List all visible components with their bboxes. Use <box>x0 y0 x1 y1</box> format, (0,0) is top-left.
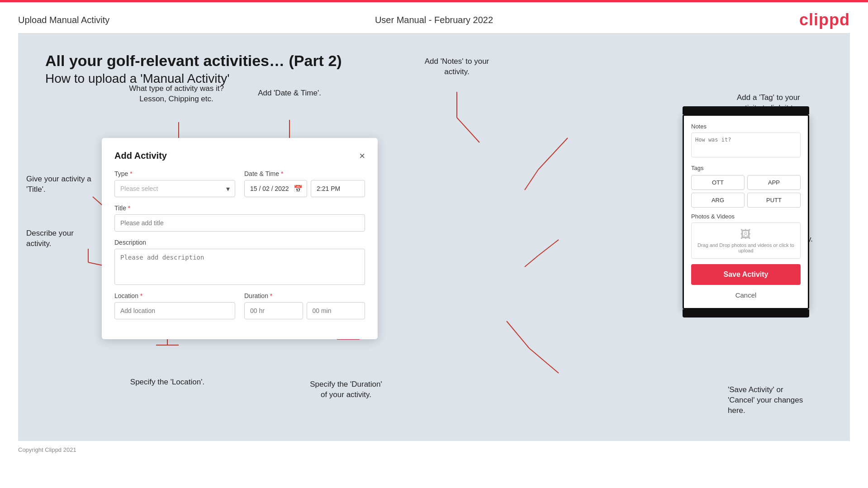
datetime-label: Date & Time * <box>244 170 365 177</box>
annotation-describe: Describe your activity. <box>26 228 94 249</box>
type-label: Type * <box>114 170 235 177</box>
type-select-wrapper: Please select <box>114 180 235 197</box>
tags-grid: OTT APP ARG PUTT <box>691 175 801 208</box>
title-label: Title * <box>114 204 365 212</box>
add-activity-dialog: Add Activity × Type * Please select Date… <box>102 138 378 339</box>
location-group: Location * <box>114 292 235 319</box>
tag-arg[interactable]: ARG <box>691 193 745 208</box>
logo: clippd <box>799 10 850 29</box>
photos-section: Photos & Videos 🖼 Drag and Drop photos a… <box>691 213 801 259</box>
time-input[interactable] <box>311 180 365 197</box>
tags-label: Tags <box>691 165 801 171</box>
svg-line-6 <box>525 170 538 190</box>
close-button[interactable]: × <box>359 151 365 161</box>
svg-line-5 <box>538 138 568 170</box>
annotation-datetime: Add 'Date & Time'. <box>249 88 330 99</box>
tag-ott[interactable]: OTT <box>691 175 745 190</box>
duration-hr-input[interactable] <box>244 302 303 319</box>
footer: Copyright Clippd 2021 <box>0 441 868 459</box>
svg-line-20 <box>525 256 538 267</box>
svg-line-18 <box>507 321 529 348</box>
duration-min-input[interactable] <box>307 302 365 319</box>
annotation-type: What type of activity was it? Lesson, Ch… <box>127 84 226 104</box>
type-datetime-row: Type * Please select Date & Time * 📅 <box>114 170 365 197</box>
notes-section: Notes <box>691 123 801 159</box>
type-select[interactable]: Please select <box>114 180 235 197</box>
location-label: Location * <box>114 292 235 299</box>
datetime-group: Date & Time * 📅 <box>244 170 365 197</box>
phone-bottom-bar <box>683 309 809 317</box>
description-row: Description <box>114 239 365 285</box>
title-row: Title * <box>114 204 365 232</box>
duration-inputs <box>244 302 365 319</box>
tag-app[interactable]: APP <box>747 175 801 190</box>
notes-textarea[interactable] <box>691 133 801 157</box>
photos-upload-text: Drag and Drop photos and videos or click… <box>692 242 800 253</box>
phone-screen: Notes Tags OTT APP ARG PUTT Photos & Vid… <box>683 114 809 309</box>
description-label: Description <box>114 239 365 246</box>
copyright: Copyright Clippd 2021 <box>18 446 76 453</box>
description-group: Description <box>114 239 365 285</box>
dialog-title: Add Activity <box>114 151 167 161</box>
title-input[interactable] <box>114 214 365 232</box>
right-panel: Notes Tags OTT APP ARG PUTT Photos & Vid… <box>683 106 827 317</box>
phone-top-bar <box>683 106 809 114</box>
svg-line-17 <box>529 348 559 373</box>
manual-title: User Manual - February 2022 <box>375 15 493 25</box>
annotation-title: Give your activity a 'Title'. <box>26 174 103 195</box>
duration-label: Duration * <box>244 292 365 299</box>
save-activity-button[interactable]: Save Activity <box>691 264 801 285</box>
cancel-button[interactable]: Cancel <box>691 289 801 301</box>
tags-section: Tags OTT APP ARG PUTT <box>691 165 801 208</box>
photo-icon: 🖼 <box>740 228 751 241</box>
date-time-group: 📅 <box>244 180 365 197</box>
location-input[interactable] <box>114 302 235 319</box>
tag-putt[interactable]: PUTT <box>747 193 801 208</box>
photos-upload-area[interactable]: 🖼 Drag and Drop photos and videos or cli… <box>691 223 801 259</box>
date-input-wrapper: 📅 <box>244 180 307 197</box>
duration-group: Duration * <box>244 292 365 319</box>
top-bar: Upload Manual Activity User Manual - Feb… <box>0 2 868 34</box>
svg-line-19 <box>538 240 559 256</box>
main-content: All your golf-relevant activities… (Part… <box>18 34 850 441</box>
svg-line-4 <box>457 118 479 142</box>
page-title: Upload Manual Activity <box>18 15 109 25</box>
annotation-notes: Add 'Notes' to your activity. <box>407 57 507 77</box>
description-input[interactable] <box>114 249 365 285</box>
annotation-duration: Specify the 'Duration' of your activity. <box>294 379 398 400</box>
annotation-save-cancel: 'Save Activity' or 'Cancel' your changes… <box>728 385 841 416</box>
location-duration-row: Location * Duration * <box>114 292 365 319</box>
calendar-icon: 📅 <box>294 185 303 193</box>
type-group: Type * Please select <box>114 170 235 197</box>
title-group: Title * <box>114 204 365 232</box>
notes-label: Notes <box>691 123 801 130</box>
dialog-header: Add Activity × <box>114 151 365 161</box>
photos-label: Photos & Videos <box>691 213 801 220</box>
annotation-location: Specify the 'Location'. <box>122 377 213 388</box>
